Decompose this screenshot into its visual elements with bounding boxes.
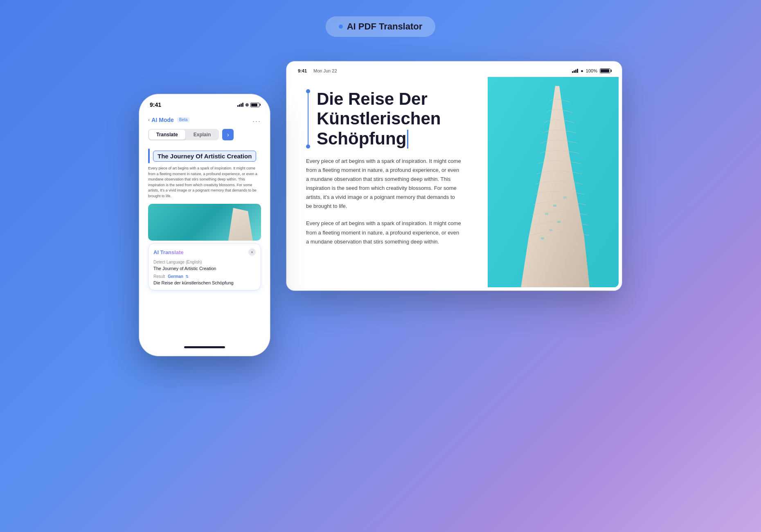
cursor-icon	[407, 130, 408, 149]
tablet-body-paragraph-2: Every piece of art begins with a spark o…	[306, 219, 462, 246]
svg-rect-3	[549, 229, 552, 231]
building-shape	[228, 208, 253, 241]
ai-result-text: Die Reise der künstlerischen Schöpfung	[153, 280, 256, 285]
tablet-time: 9:41	[298, 68, 307, 73]
badge-label: AI PDF Translator	[347, 21, 423, 32]
language-chevron-icon[interactable]: ⇅	[185, 274, 189, 279]
tablet-battery-icon	[600, 68, 610, 73]
tablet-doc-text: Die Reise Der Künstlerischen Schöpfung E…	[290, 77, 488, 287]
ai-result-label: Result German ⇅	[153, 274, 256, 279]
phone-tabs: Translate Explain ›	[142, 126, 267, 144]
phone-content: The Journey Of Artistic Creation Every p…	[142, 144, 267, 341]
title-accent-bar	[148, 149, 150, 163]
svg-rect-7	[563, 196, 567, 198]
tablet-document: Die Reise Der Künstlerischen Schöpfung E…	[290, 77, 619, 287]
tab-translate[interactable]: Translate	[149, 130, 185, 140]
phone-image-preview	[148, 204, 261, 241]
tablet-frame: 9:41 Mon Jun 22 ● 100%	[286, 61, 622, 291]
ai-mode-label: AI Mode	[151, 117, 173, 123]
devices-container: 9:41 ⊗ ‹ AI Mode Beta ... Tra	[139, 61, 622, 356]
tablet-body-paragraph-1: Every piece of art begins with a spark o…	[306, 157, 462, 211]
tablet-title-section: Die Reise Der Künstlerischen Schöpfung	[306, 89, 471, 149]
tab-group: Translate Explain	[148, 129, 219, 140]
phone-nav-bar: ‹ AI Mode Beta ...	[142, 112, 267, 126]
phone-status-bar: 9:41 ⊗	[142, 97, 267, 112]
tablet-wifi-icon: ●	[581, 68, 583, 73]
phone-status-icons: ⊗	[237, 102, 259, 108]
tablet-title-text: Die Reise Der Künstlerischen Schöpfung	[317, 89, 441, 149]
ai-translate-panel: AI Translate × Detect Language (English)…	[148, 243, 261, 291]
wifi-icon: ⊗	[245, 102, 249, 108]
beta-badge: Beta	[177, 117, 190, 122]
title-accent-line	[308, 93, 308, 144]
phone-doc-title-row: The Journey Of Artistic Creation	[148, 144, 267, 166]
title-dot-top	[306, 89, 310, 93]
home-bar-indicator	[184, 346, 225, 348]
ai-result-lang: German	[168, 274, 183, 279]
phone-home-bar	[142, 341, 267, 353]
ai-detect-lang: Detect Language (English)	[153, 260, 256, 264]
svg-rect-2	[541, 237, 544, 239]
svg-rect-4	[557, 221, 561, 223]
tab-explain[interactable]: Explain	[186, 130, 218, 140]
svg-rect-6	[553, 205, 556, 207]
ai-translate-title: AI Translate	[153, 249, 184, 255]
more-options-button[interactable]: ...	[252, 115, 261, 124]
phone-frame: 9:41 ⊗ ‹ AI Mode Beta ... Tra	[139, 94, 270, 356]
ai-translate-header: AI Translate ×	[153, 248, 256, 256]
phone-doc-body: Every piece of art begins with a spark o…	[148, 166, 267, 202]
tablet-date: Mon Jun 22	[313, 68, 337, 73]
back-chevron-icon: ‹	[148, 117, 150, 123]
phone-doc-title: The Journey Of Artistic Creation	[153, 151, 256, 162]
ai-source-text: The Journey of Artistic Creation	[153, 266, 256, 271]
battery-icon	[250, 103, 259, 107]
signal-icon	[237, 103, 243, 107]
ai-translate-close-button[interactable]: ×	[248, 248, 256, 256]
back-button[interactable]: ‹ AI Mode Beta	[148, 117, 189, 123]
app-badge: AI PDF Translator	[326, 16, 436, 37]
building-illustration	[488, 77, 619, 287]
tablet-doc-image	[488, 77, 619, 287]
tablet-signal-icon	[572, 69, 578, 73]
tab-arrow-button[interactable]: ›	[222, 129, 234, 140]
tablet-status-bar: 9:41 Mon Jun 22 ● 100%	[290, 65, 619, 77]
title-dot-bottom	[306, 144, 310, 149]
svg-rect-5	[545, 213, 548, 215]
tablet-status-right: ● 100%	[572, 68, 610, 73]
tablet-main-title: Die Reise Der Künstlerischen Schöpfung	[317, 89, 441, 149]
badge-dot	[339, 25, 343, 29]
tablet-title-accent	[306, 89, 310, 149]
tablet-battery-label: 100%	[586, 68, 597, 73]
phone-time: 9:41	[150, 101, 161, 108]
